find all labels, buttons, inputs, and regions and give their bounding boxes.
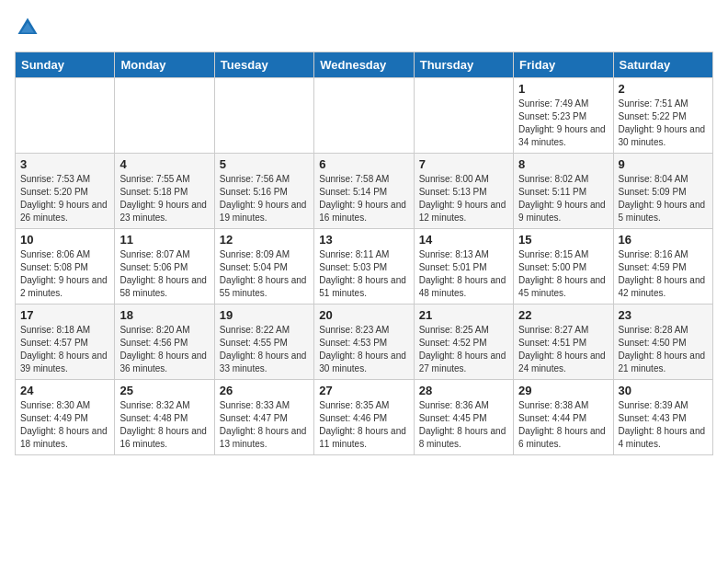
day-info: Sunrise: 7:53 AM Sunset: 5:20 PM Dayligh… <box>20 173 109 224</box>
calendar-cell: 6Sunrise: 7:58 AM Sunset: 5:14 PM Daylig… <box>314 154 414 229</box>
logo-icon <box>15 15 40 40</box>
calendar-cell: 11Sunrise: 8:07 AM Sunset: 5:06 PM Dayli… <box>115 229 214 304</box>
calendar-cell: 13Sunrise: 8:11 AM Sunset: 5:03 PM Dayli… <box>314 229 414 304</box>
day-header-tuesday: Tuesday <box>214 52 313 78</box>
day-info: Sunrise: 8:32 AM Sunset: 4:48 PM Dayligh… <box>119 399 209 451</box>
calendar-cell: 23Sunrise: 8:28 AM Sunset: 4:50 PM Dayli… <box>613 304 712 380</box>
day-number: 16 <box>619 233 708 247</box>
day-info: Sunrise: 8:16 AM Sunset: 4:59 PM Dayligh… <box>619 248 708 300</box>
day-info: Sunrise: 8:06 AM Sunset: 5:08 PM Dayligh… <box>20 248 109 300</box>
day-number: 29 <box>518 384 608 397</box>
calendar-cell: 3Sunrise: 7:53 AM Sunset: 5:20 PM Daylig… <box>16 154 115 229</box>
calendar-cell: 16Sunrise: 8:16 AM Sunset: 4:59 PM Dayli… <box>613 229 712 304</box>
days-header-row: SundayMondayTuesdayWednesdayThursdayFrid… <box>16 52 713 78</box>
day-info: Sunrise: 8:36 AM Sunset: 4:45 PM Dayligh… <box>419 399 508 451</box>
calendar-cell <box>115 78 214 154</box>
day-info: Sunrise: 8:28 AM Sunset: 4:50 PM Dayligh… <box>619 324 708 375</box>
calendar-cell: 20Sunrise: 8:23 AM Sunset: 4:53 PM Dayli… <box>314 304 414 380</box>
calendar-cell: 22Sunrise: 8:27 AM Sunset: 4:51 PM Dayli… <box>514 304 613 380</box>
calendar-cell: 8Sunrise: 8:02 AM Sunset: 5:11 PM Daylig… <box>514 154 613 229</box>
calendar-cell: 1Sunrise: 7:49 AM Sunset: 5:23 PM Daylig… <box>514 78 613 154</box>
calendar-cell: 18Sunrise: 8:20 AM Sunset: 4:56 PM Dayli… <box>115 304 214 380</box>
day-number: 8 <box>518 157 608 171</box>
day-number: 27 <box>319 384 408 397</box>
day-number: 28 <box>419 384 508 397</box>
day-info: Sunrise: 8:33 AM Sunset: 4:47 PM Dayligh… <box>220 399 309 451</box>
day-info: Sunrise: 8:13 AM Sunset: 5:01 PM Dayligh… <box>419 248 508 300</box>
day-number: 9 <box>619 157 708 171</box>
day-number: 4 <box>119 157 209 171</box>
calendar-cell: 2Sunrise: 7:51 AM Sunset: 5:22 PM Daylig… <box>613 78 712 154</box>
day-number: 26 <box>220 384 309 397</box>
day-info: Sunrise: 8:15 AM Sunset: 5:00 PM Dayligh… <box>518 248 608 300</box>
day-info: Sunrise: 8:38 AM Sunset: 4:44 PM Dayligh… <box>518 399 608 451</box>
calendar-cell: 30Sunrise: 8:39 AM Sunset: 4:43 PM Dayli… <box>613 380 712 455</box>
calendar-cell: 24Sunrise: 8:30 AM Sunset: 4:49 PM Dayli… <box>16 380 115 455</box>
day-number: 15 <box>518 233 608 247</box>
calendar-cell: 17Sunrise: 8:18 AM Sunset: 4:57 PM Dayli… <box>16 304 115 380</box>
calendar-cell: 29Sunrise: 8:38 AM Sunset: 4:44 PM Dayli… <box>514 380 613 455</box>
day-number: 23 <box>619 308 708 322</box>
calendar-cell: 14Sunrise: 8:13 AM Sunset: 5:01 PM Dayli… <box>414 229 513 304</box>
day-number: 19 <box>220 308 309 322</box>
day-number: 6 <box>319 157 408 171</box>
page-header <box>15 15 713 40</box>
day-info: Sunrise: 8:07 AM Sunset: 5:06 PM Dayligh… <box>119 248 209 300</box>
day-number: 7 <box>419 157 508 171</box>
day-number: 3 <box>20 157 109 171</box>
day-number: 20 <box>319 308 408 322</box>
day-number: 21 <box>419 308 508 322</box>
day-header-monday: Monday <box>115 52 214 78</box>
calendar-cell: 9Sunrise: 8:04 AM Sunset: 5:09 PM Daylig… <box>613 154 712 229</box>
day-number: 24 <box>20 384 109 397</box>
day-info: Sunrise: 8:04 AM Sunset: 5:09 PM Dayligh… <box>619 173 708 224</box>
calendar-cell: 10Sunrise: 8:06 AM Sunset: 5:08 PM Dayli… <box>16 229 115 304</box>
day-info: Sunrise: 8:11 AM Sunset: 5:03 PM Dayligh… <box>319 248 408 300</box>
day-info: Sunrise: 7:56 AM Sunset: 5:16 PM Dayligh… <box>220 173 309 224</box>
day-info: Sunrise: 7:49 AM Sunset: 5:23 PM Dayligh… <box>518 98 608 149</box>
calendar-cell: 7Sunrise: 8:00 AM Sunset: 5:13 PM Daylig… <box>414 154 513 229</box>
day-header-friday: Friday <box>514 52 613 78</box>
day-info: Sunrise: 8:35 AM Sunset: 4:46 PM Dayligh… <box>319 399 408 451</box>
day-header-saturday: Saturday <box>613 52 712 78</box>
week-row-1: 1Sunrise: 7:49 AM Sunset: 5:23 PM Daylig… <box>16 78 713 154</box>
day-number: 11 <box>119 233 209 247</box>
day-number: 5 <box>220 157 309 171</box>
day-header-wednesday: Wednesday <box>314 52 414 78</box>
day-header-thursday: Thursday <box>414 52 513 78</box>
day-info: Sunrise: 8:09 AM Sunset: 5:04 PM Dayligh… <box>220 248 309 300</box>
calendar-cell <box>414 78 513 154</box>
day-info: Sunrise: 7:51 AM Sunset: 5:22 PM Dayligh… <box>619 98 708 149</box>
calendar-cell: 5Sunrise: 7:56 AM Sunset: 5:16 PM Daylig… <box>214 154 313 229</box>
calendar-cell <box>214 78 313 154</box>
day-number: 17 <box>20 308 109 322</box>
calendar-cell: 19Sunrise: 8:22 AM Sunset: 4:55 PM Dayli… <box>214 304 313 380</box>
calendar-cell: 15Sunrise: 8:15 AM Sunset: 5:00 PM Dayli… <box>514 229 613 304</box>
week-row-4: 17Sunrise: 8:18 AM Sunset: 4:57 PM Dayli… <box>16 304 713 380</box>
calendar-cell: 26Sunrise: 8:33 AM Sunset: 4:47 PM Dayli… <box>214 380 313 455</box>
day-info: Sunrise: 8:20 AM Sunset: 4:56 PM Dayligh… <box>119 324 209 375</box>
day-number: 18 <box>119 308 209 322</box>
day-number: 30 <box>619 384 708 397</box>
calendar-cell: 21Sunrise: 8:25 AM Sunset: 4:52 PM Dayli… <box>414 304 513 380</box>
day-number: 13 <box>319 233 408 247</box>
calendar-cell: 27Sunrise: 8:35 AM Sunset: 4:46 PM Dayli… <box>314 380 414 455</box>
day-info: Sunrise: 8:00 AM Sunset: 5:13 PM Dayligh… <box>419 173 508 224</box>
week-row-3: 10Sunrise: 8:06 AM Sunset: 5:08 PM Dayli… <box>16 229 713 304</box>
day-info: Sunrise: 8:18 AM Sunset: 4:57 PM Dayligh… <box>20 324 109 375</box>
day-info: Sunrise: 8:27 AM Sunset: 4:51 PM Dayligh… <box>518 324 608 375</box>
week-row-2: 3Sunrise: 7:53 AM Sunset: 5:20 PM Daylig… <box>16 154 713 229</box>
calendar-cell: 12Sunrise: 8:09 AM Sunset: 5:04 PM Dayli… <box>214 229 313 304</box>
day-number: 22 <box>518 308 608 322</box>
calendar-cell: 4Sunrise: 7:55 AM Sunset: 5:18 PM Daylig… <box>115 154 214 229</box>
day-number: 14 <box>419 233 508 247</box>
day-number: 2 <box>619 82 708 96</box>
logo <box>15 15 44 40</box>
day-info: Sunrise: 8:02 AM Sunset: 5:11 PM Dayligh… <box>518 173 608 224</box>
day-number: 12 <box>220 233 309 247</box>
day-info: Sunrise: 7:55 AM Sunset: 5:18 PM Dayligh… <box>119 173 209 224</box>
calendar-cell: 28Sunrise: 8:36 AM Sunset: 4:45 PM Dayli… <box>414 380 513 455</box>
day-number: 25 <box>119 384 209 397</box>
day-info: Sunrise: 8:23 AM Sunset: 4:53 PM Dayligh… <box>319 324 408 375</box>
day-info: Sunrise: 7:58 AM Sunset: 5:14 PM Dayligh… <box>319 173 408 224</box>
